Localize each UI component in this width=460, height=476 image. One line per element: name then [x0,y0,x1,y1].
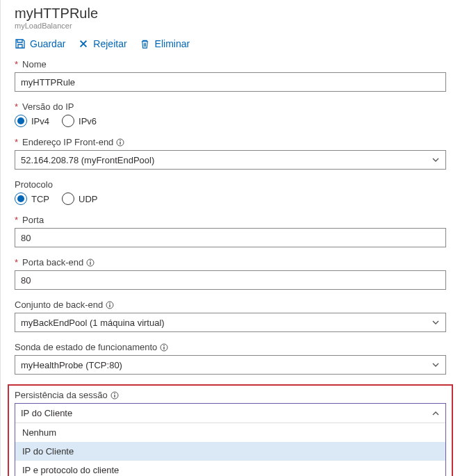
backendpool-select[interactable]: myBackEndPool (1 máquina virtual) [15,313,446,332]
frontend-label: *Endereço IP Front-end [15,137,446,147]
frontend-ip-select[interactable]: 52.164.208.78 (myFrontEndPool) [15,150,446,170]
toolbar: Guardar Rejeitar Eliminar [15,35,446,59]
svg-rect-14 [114,393,115,393]
session-option-clientip-protocol[interactable]: IP e protocolo do cliente [15,461,445,476]
close-icon [78,38,89,49]
chevron-up-icon [432,409,440,418]
save-button[interactable]: Guardar [15,38,65,49]
session-persistence-select[interactable]: IP do Cliente Nenhum IP do Cliente IP e … [15,403,446,476]
ipv4-label: IPv4 [31,116,49,126]
ipv6-label: IPv6 [79,116,97,126]
ipversion-ipv6-radio[interactable]: IPv6 [62,115,97,127]
delete-button[interactable]: Eliminar [140,38,190,49]
protocol-udp-radio[interactable]: UDP [62,192,97,205]
discard-label: Rejeitar [93,38,126,49]
save-label: Guardar [30,38,65,49]
info-icon[interactable] [106,301,114,309]
info-icon[interactable] [160,343,168,352]
svg-rect-5 [90,260,91,261]
svg-rect-11 [164,345,165,345]
svg-rect-10 [164,347,165,350]
trash-icon [140,38,151,49]
info-icon[interactable] [86,258,95,267]
backendpool-label: Conjunto de back-end [15,299,446,310]
page-title: myHTTPRule [15,6,446,22]
udp-label: UDP [79,194,97,204]
healthprobe-value: myHealthProbe (TCP:80) [21,360,122,370]
backendport-label: *Porta back-end [15,257,446,268]
session-option-none[interactable]: Nenhum [15,423,445,442]
healthprobe-select[interactable]: myHealthProbe (TCP:80) [15,355,446,375]
svg-rect-2 [120,140,121,140]
svg-rect-4 [90,262,91,265]
discard-button[interactable]: Rejeitar [78,38,126,49]
session-option-clientip[interactable]: IP do Cliente [15,442,445,461]
ipversion-label: *Versão do IP [15,101,446,112]
svg-rect-7 [110,304,110,307]
protocol-tcp-radio[interactable]: TCP [15,192,49,205]
session-options-list: Nenhum IP do Cliente IP e protocolo do c… [15,423,445,476]
chevron-down-icon [432,156,440,164]
port-label: *Porta [15,215,446,225]
backendpool-value: myBackEndPool (1 máquina virtual) [21,318,165,328]
info-icon[interactable] [116,138,124,147]
delete-label: Eliminar [155,38,190,49]
chevron-down-icon [432,361,440,369]
frontend-ip-value: 52.164.208.78 (myFrontEndPool) [21,155,154,165]
info-icon[interactable] [110,391,119,400]
backendport-input[interactable] [15,270,446,290]
svg-rect-8 [110,302,110,303]
svg-rect-1 [120,142,121,145]
svg-rect-13 [114,395,115,397]
save-icon [15,38,26,49]
name-label: *Nome [15,59,446,69]
healthprobe-label: Sonda de estado de funcionamento [15,342,446,352]
tcp-label: TCP [31,194,49,204]
ipversion-ipv4-radio[interactable]: IPv4 [15,115,49,127]
session-value: IP do Cliente [21,408,72,418]
port-input[interactable] [15,228,446,247]
name-input[interactable] [15,72,446,92]
breadcrumb: myLoadBalancer [15,22,446,30]
chevron-down-icon [432,318,440,327]
protocol-label: Protocolo [15,179,446,190]
session-label: Persistência da sessão [15,390,446,400]
session-persistence-highlight: Persistência da sessão IP do Cliente Nen… [8,384,453,476]
